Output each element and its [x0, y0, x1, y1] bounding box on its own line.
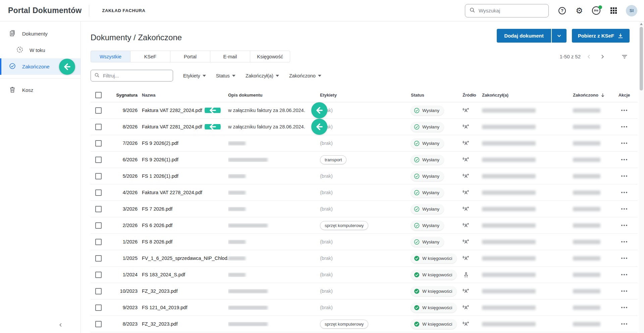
sidebar-item-dokumenty[interactable]: Dokumenty [0, 25, 80, 42]
filter-dropdown-status[interactable]: Status [216, 73, 235, 78]
column-header-sygnatura[interactable]: Sygnatura [107, 93, 138, 98]
cell-opis [228, 322, 320, 326]
ins-button[interactable]: Ins [592, 6, 601, 15]
download-from-ksef-button[interactable]: Pobierz z KSeF [572, 29, 630, 43]
cell-opis [228, 141, 320, 146]
column-header-zrodlo[interactable]: Źródło [463, 93, 482, 98]
scrollbar-thumb[interactable] [640, 27, 643, 91]
table-row[interactable]: 10/2023FZ_32_2023.pdf(brak)W księgowości [91, 283, 638, 299]
row-actions-button[interactable] [619, 256, 629, 261]
row-checkbox[interactable] [95, 124, 102, 130]
table-row[interactable]: 7/2026FS 9 2026(2).pdf(brak)Wysłany [91, 135, 638, 152]
row-checkbox[interactable] [95, 107, 102, 114]
check-filled-icon [414, 304, 420, 311]
search-icon [94, 72, 100, 79]
table-row[interactable]: 6/2026FS 9 2026(1).pdftransportWysłany [91, 152, 638, 168]
row-actions-button[interactable] [619, 190, 629, 195]
table-row[interactable]: 1/2025FV_1_6_2025_sprzedawca_NIP_Chlod..… [91, 250, 638, 267]
filter-dropdown-zakonczono[interactable]: Zakończono [289, 73, 321, 78]
row-checkbox[interactable] [95, 288, 102, 294]
person-add-icon [463, 123, 470, 130]
tab-email[interactable]: E-mail [210, 51, 250, 62]
row-checkbox[interactable] [95, 272, 102, 278]
redacted-zakonczono [573, 256, 600, 261]
cell-zrodlo [463, 271, 482, 278]
column-header-nazwa[interactable]: Nazwa [138, 93, 228, 98]
row-actions-button[interactable] [619, 288, 629, 294]
cell-opis: w załączniku faktury za 28.06.2024. [228, 108, 320, 113]
cell-opis [228, 158, 320, 162]
column-header-zakonczono[interactable]: Zakończono [573, 93, 614, 98]
table-row[interactable]: 5/2026FS 1 2026(1).pdf(brak)Wysłany [91, 168, 638, 184]
row-checkbox[interactable] [95, 206, 102, 212]
apps-grid-button[interactable] [609, 6, 618, 15]
column-filter-button[interactable] [620, 52, 630, 62]
source-tabs: Wszystkie KSeF Portal E-mail Księgowość [91, 51, 290, 62]
settings-button[interactable]: ⚙ [575, 6, 584, 15]
row-actions-button[interactable] [619, 223, 629, 228]
tab-ksiegowosc[interactable]: Księgowość [250, 51, 290, 62]
add-document-button[interactable]: Dodaj dokument [497, 29, 551, 43]
row-actions-button[interactable] [619, 272, 629, 277]
help-button[interactable]: ? [557, 6, 567, 15]
scroll-up-arrow-icon[interactable] [640, 23, 643, 25]
row-actions-button[interactable] [619, 124, 629, 129]
breadcrumb: Dokumenty / Zakończone [91, 29, 182, 42]
tab-ksef[interactable]: KSeF [130, 51, 170, 62]
table-filter-input[interactable]: Filtruj... [91, 70, 173, 81]
table-row[interactable]: 1/2024FS 183_2024_S.pdf(brak)W księgowoś… [91, 267, 638, 283]
table-row[interactable]: 2/2026FS 6 2026.pdfsprzęt komputerowyWys… [91, 217, 638, 234]
column-header-etykiety[interactable]: Etykiety [320, 93, 411, 98]
global-search-input[interactable]: Wyszukaj [465, 4, 549, 17]
filter-dropdown-etykiety[interactable]: Etykiety [183, 73, 206, 78]
tab-wszystkie[interactable]: Wszystkie [91, 51, 130, 62]
row-actions-button[interactable] [619, 173, 629, 179]
row-actions-button[interactable] [619, 206, 629, 212]
select-all-checkbox[interactable] [95, 92, 102, 98]
row-checkbox[interactable] [95, 304, 102, 311]
add-document-menu-button[interactable] [552, 29, 567, 43]
column-header-status[interactable]: Status [411, 93, 463, 98]
row-checkbox[interactable] [95, 173, 102, 179]
vertical-scrollbar[interactable] [639, 21, 644, 333]
user-avatar[interactable]: SI [626, 5, 637, 16]
previous-page-button[interactable] [584, 52, 594, 62]
column-header-zakonczyl[interactable]: Zakończył(a) [482, 93, 573, 98]
table-row[interactable]: 8/2023FZ_32_2023.pdfsprzęt komputerowyW … [91, 316, 638, 332]
filter-dropdown-zakonczyl[interactable]: Zakończył(a) [246, 73, 279, 78]
table-row[interactable]: 1/2026FS 8 2026.pdf(brak)Wysłany [91, 234, 638, 250]
cell-nazwa: FZ_32_2023.pdf [138, 321, 228, 327]
sidebar-item-w-toku[interactable]: W toku [0, 42, 80, 58]
cell-sygnatura: 1/2025 [107, 256, 138, 261]
label-chip[interactable]: transport [320, 155, 346, 164]
redacted-zakonczono [573, 306, 600, 310]
row-actions-button[interactable] [619, 305, 629, 310]
row-checkbox[interactable] [95, 140, 102, 147]
row-checkbox[interactable] [95, 321, 102, 327]
table-row[interactable]: 3/2026FS 7 2026.pdf(brak)Wysłany [91, 201, 638, 217]
table-row[interactable]: 9/2026Faktura VAT 2282_2024.pdfw załączn… [91, 102, 638, 119]
cell-zakonczyl [482, 108, 573, 113]
row-checkbox[interactable] [95, 157, 102, 163]
row-checkbox[interactable] [95, 255, 102, 262]
row-checkbox[interactable] [95, 222, 102, 229]
status-badge: Wysłany [411, 155, 444, 165]
next-page-button[interactable] [597, 52, 607, 62]
row-actions-button[interactable] [619, 321, 629, 327]
label-chip[interactable]: sprzęt komputerowy [320, 221, 368, 230]
sidebar-collapse-button[interactable] [56, 320, 65, 330]
row-actions-button[interactable] [619, 157, 629, 162]
column-header-opis[interactable]: Opis dokumentu [228, 93, 320, 98]
label-chip[interactable]: sprzęt komputerowy [320, 320, 368, 329]
tab-portal[interactable]: Portal [170, 51, 210, 62]
sidebar-item-zakonczone[interactable]: Zakończone [0, 58, 80, 75]
table-row[interactable]: 9/2023FS 121_04_2019.pdf(brak)W księgowo… [91, 299, 638, 316]
row-checkbox[interactable] [95, 189, 102, 196]
row-actions-button[interactable] [619, 141, 629, 146]
row-checkbox[interactable] [95, 239, 102, 245]
row-actions-button[interactable] [619, 108, 629, 113]
table-row[interactable]: 4/2026Faktura VAT 2278_2024.pdf(brak)Wys… [91, 184, 638, 201]
table-row[interactable]: 8/2026Faktura VAT 2281_2024.pdfw załączn… [91, 119, 638, 135]
row-actions-button[interactable] [619, 239, 629, 244]
sidebar-item-kosz[interactable]: Kosz [0, 82, 80, 98]
